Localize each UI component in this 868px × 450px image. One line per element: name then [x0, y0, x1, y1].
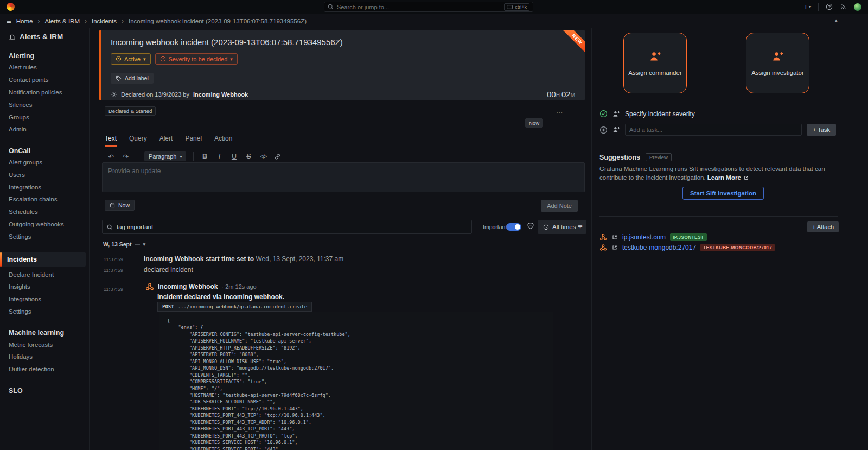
- feed-view-options-icon[interactable]: ≡: [578, 220, 583, 230]
- feed-date-label: W, 13 Sept: [103, 241, 132, 248]
- tab-text[interactable]: Text: [105, 135, 117, 147]
- chevron-down-icon: ▾: [809, 5, 811, 9]
- breadcrumb-home[interactable]: Home: [16, 18, 33, 24]
- preview-badge: Preview: [646, 153, 672, 161]
- user-avatar[interactable]: [854, 3, 861, 11]
- external-link-icon[interactable]: [611, 244, 618, 251]
- global-search-input[interactable]: [337, 4, 501, 10]
- global-search[interactable]: ctrl+k: [324, 2, 533, 12]
- sidebar-item-incident-settings[interactable]: Settings: [0, 306, 89, 318]
- sidebar-item-alert-groups[interactable]: Alert groups: [0, 156, 89, 169]
- request-path: .../incoming-webhook/grafana.incident.cr…: [178, 304, 307, 309]
- note-editor-tabs: Text Query Alert Panel Action: [105, 135, 232, 147]
- sidebar-item-escalation-chains[interactable]: Escalation chains: [0, 193, 89, 206]
- sidebar-item-insights[interactable]: Insights: [0, 281, 89, 293]
- sidebar-item-schedules[interactable]: Schedules: [0, 206, 89, 218]
- strikethrough-button[interactable]: S: [245, 153, 252, 160]
- learn-more-link[interactable]: Learn More: [707, 173, 749, 182]
- link-button[interactable]: [274, 153, 282, 160]
- breadcrumb-incidents[interactable]: Incidents: [92, 18, 117, 24]
- underline-button[interactable]: U: [230, 153, 238, 160]
- tab-query[interactable]: Query: [129, 135, 147, 147]
- sidebar-item-metric-forecasts[interactable]: Metric forecasts: [0, 338, 89, 351]
- important-toggle[interactable]: [506, 223, 521, 231]
- webhook-payload-code[interactable]: { "envs": { "APISERVER_CONFIG": "testkub…: [159, 312, 553, 450]
- person-plus-icon[interactable]: [612, 110, 620, 118]
- start-sift-investigation-button[interactable]: Start Sift Investigation: [682, 187, 764, 200]
- person-plus-icon[interactable]: [612, 126, 620, 134]
- timestamp-now-button[interactable]: Now: [105, 200, 135, 211]
- news-rss-icon[interactable]: [840, 3, 847, 10]
- paragraph-style-dropdown[interactable]: Paragraph ▾: [144, 151, 186, 161]
- attachment-link[interactable]: testkube-mongodb:27017: [622, 244, 696, 251]
- sidebar-item-silences[interactable]: Silences: [0, 98, 89, 111]
- breadcrumb-alerts-irm[interactable]: Alerts & IRM: [44, 18, 80, 24]
- tab-action[interactable]: Action: [214, 135, 232, 147]
- chevron-up-icon[interactable]: ▴: [834, 17, 838, 24]
- sidebar-section-oncall: OnCall: [9, 147, 89, 155]
- sidebar-item-outlier-detection[interactable]: Outlier detection: [0, 363, 89, 376]
- feed-search-input[interactable]: [117, 224, 467, 230]
- help-icon[interactable]: [826, 3, 833, 10]
- menu-hamburger-icon[interactable]: ≡: [7, 17, 11, 25]
- incident-timer: 00H 02M: [547, 90, 575, 99]
- redo-icon[interactable]: ↷: [122, 153, 130, 161]
- severity-badge[interactable]: Severity to be decided ▾: [155, 53, 238, 65]
- sidebar-item-notification-policies[interactable]: Notification policies: [0, 86, 89, 99]
- sidebar-item-groups[interactable]: Groups: [0, 111, 89, 123]
- sidebar-item-admin[interactable]: Admin: [0, 123, 89, 136]
- timeline-more-icon[interactable]: ⋯: [556, 109, 563, 116]
- assign-commander-card[interactable]: Assign commander: [623, 33, 687, 93]
- italic-button[interactable]: I: [215, 153, 223, 160]
- sift-filter-icon[interactable]: [527, 222, 534, 230]
- clock-icon: [543, 224, 549, 230]
- time-range-label: All times: [552, 224, 576, 230]
- check-circle-icon[interactable]: [599, 110, 608, 118]
- sidebar-item-alert-rules[interactable]: Alert rules: [0, 61, 89, 74]
- sidebar-section-incidents-active[interactable]: Incidents: [0, 252, 86, 267]
- shortcut-hint: ctrl+k: [504, 3, 529, 11]
- update-textarea[interactable]: [102, 162, 585, 192]
- attachment-row: testkube-mongodb:27017 TESTKUBE-MONGODB:…: [599, 243, 775, 252]
- attach-button[interactable]: + Attach: [807, 221, 839, 232]
- add-task-input[interactable]: [625, 124, 802, 136]
- sidebar-item-oncall-settings[interactable]: Settings: [0, 230, 89, 243]
- feed-date-header[interactable]: W, 13 Sept ▾: [103, 241, 145, 248]
- divider: [818, 3, 819, 11]
- editor-toolbar: ↶ ↷ Paragraph ▾ B I U S </>: [107, 151, 282, 161]
- add-menu-button[interactable]: + ▾: [803, 3, 811, 10]
- incident-title: Incoming webhook incident (2023-09-13T06…: [101, 30, 585, 47]
- bold-button[interactable]: B: [201, 153, 208, 160]
- add-note-button[interactable]: Add Note: [541, 200, 578, 212]
- undo-icon[interactable]: ↶: [107, 153, 115, 161]
- sidebar-section-alerting: Alerting: [9, 52, 89, 60]
- sidebar-item-contact-points[interactable]: Contact points: [0, 74, 89, 86]
- timer-hours: 00: [547, 90, 556, 99]
- sidebar-title-label: Alerts & IRM: [20, 33, 63, 41]
- sidebar-item-integrations[interactable]: Integrations: [0, 181, 89, 193]
- add-label-button[interactable]: Add label: [111, 73, 154, 84]
- sidebar-item-users[interactable]: Users: [0, 168, 89, 181]
- sidebar-item-incident-integrations[interactable]: Integrations: [0, 293, 89, 306]
- task-row-add: + Task: [599, 124, 836, 136]
- feed-search[interactable]: [102, 220, 472, 234]
- tab-alert[interactable]: Alert: [159, 135, 173, 147]
- tab-panel[interactable]: Panel: [185, 135, 202, 147]
- assign-investigator-card[interactable]: Assign investigator: [746, 33, 809, 93]
- event-timestamp: 11:37:59: [90, 267, 123, 273]
- external-link-icon[interactable]: [611, 234, 618, 240]
- sidebar-incidents-label: Incidents: [7, 256, 37, 263]
- sidebar-item-outgoing-webhooks[interactable]: Outgoing webhooks: [0, 218, 89, 231]
- divider: [599, 147, 838, 147]
- code-button[interactable]: </>: [259, 154, 267, 160]
- timeline-now-chip: Now: [525, 118, 543, 128]
- status-badge[interactable]: Active ▾: [111, 53, 151, 65]
- sidebar-item-declare-incident[interactable]: Declare Incident: [0, 268, 89, 281]
- external-link-icon: [743, 175, 749, 181]
- attachment-link[interactable]: ip.jsontest.com: [622, 233, 666, 241]
- add-task-button[interactable]: + Task: [807, 124, 836, 136]
- event-bold-text: Incoming Webhook start time set to: [144, 255, 254, 263]
- sidebar-item-holidays[interactable]: Holidays: [0, 351, 89, 363]
- grafana-logo[interactable]: [7, 3, 15, 11]
- plus-circle-icon[interactable]: [599, 126, 608, 134]
